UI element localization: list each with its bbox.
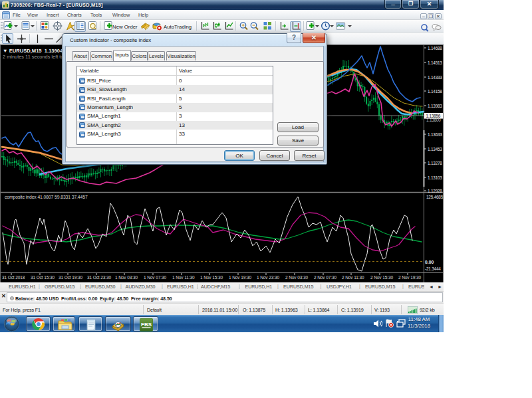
svg-text:1 Nov 11:30: 1 Nov 11:30 — [172, 275, 195, 280]
svg-text:1.14688: 1.14688 — [428, 46, 442, 50]
svg-text:FBS: FBS — [141, 322, 152, 328]
svg-text:-21.3444: -21.3444 — [425, 266, 441, 271]
svg-text:0.00: 0.00 — [425, 260, 434, 264]
svg-text:composite index 41.0807 59.833: composite index 41.0807 59.8331 37.4457 — [5, 195, 88, 200]
svg-text:1 Nov 03:30: 1 Nov 03:30 — [115, 275, 138, 280]
svg-text:1.14333: 1.14333 — [428, 75, 442, 80]
svg-text:2 Nov 11:30: 2 Nov 11:30 — [342, 275, 364, 280]
svg-text:1 Nov 15:30: 1 Nov 15:30 — [200, 275, 223, 280]
svg-text:1.12928: 1.12928 — [428, 189, 442, 193]
svg-text:31 Oct 19:30: 31 Oct 19:30 — [59, 275, 83, 280]
svg-text:31 Oct 15:30: 31 Oct 15:30 — [31, 275, 55, 280]
svg-text:1.13103: 1.13103 — [428, 175, 442, 180]
svg-text:31 Oct 23:30: 31 Oct 23:30 — [87, 275, 112, 280]
svg-text:1 Nov 23:30: 1 Nov 23:30 — [257, 275, 279, 280]
svg-text:2 Nov 03:30: 2 Nov 03:30 — [285, 275, 308, 280]
svg-text:31 Oct 2018: 31 Oct 2018 — [2, 275, 25, 280]
svg-text:1 Nov 19:30: 1 Nov 19:30 — [229, 275, 251, 280]
svg-text:1.13453: 1.13453 — [428, 147, 442, 151]
svg-text:125.4685: 125.4685 — [426, 195, 444, 199]
svg-text:1.13278: 1.13278 — [428, 161, 442, 165]
svg-text:2 Nov 07:30: 2 Nov 07:30 — [314, 275, 336, 280]
svg-text:1.13856: 1.13856 — [426, 114, 441, 118]
svg-text:1 Nov 07:30: 1 Nov 07:30 — [144, 275, 166, 280]
svg-text:1.14513: 1.14513 — [428, 60, 442, 65]
svg-text:2 Nov 15:30: 2 Nov 15:30 — [370, 275, 393, 280]
svg-text:1.13633: 1.13633 — [428, 132, 442, 137]
svg-text:2 Nov 19:30: 2 Nov 19:30 — [398, 275, 421, 280]
svg-text:1.13983: 1.13983 — [428, 104, 442, 108]
svg-text:1.14158: 1.14158 — [428, 89, 442, 94]
